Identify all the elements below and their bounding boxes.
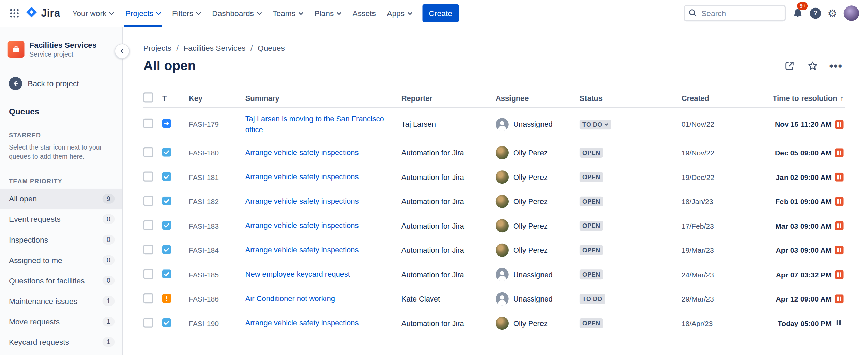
table-row: FASI-186Air Conditioner not workingKate … bbox=[143, 287, 845, 311]
assignee-cell: Olly Perez bbox=[496, 214, 580, 238]
status-badge[interactable]: TO DO bbox=[580, 119, 611, 129]
share-export-button[interactable] bbox=[781, 57, 798, 75]
sidebar-item-maintenance-issues[interactable]: Maintenance issues1 bbox=[0, 291, 122, 311]
sidebar-collapse-button[interactable] bbox=[115, 44, 130, 59]
status-badge[interactable]: OPEN bbox=[580, 197, 603, 206]
nav-item-teams[interactable]: Teams bbox=[267, 0, 309, 27]
issue-key-link[interactable]: FASI-183 bbox=[189, 222, 219, 230]
issue-summary-link[interactable]: New employee keycard request bbox=[245, 270, 350, 278]
row-checkbox[interactable] bbox=[143, 318, 153, 327]
row-checkbox[interactable] bbox=[143, 220, 153, 230]
sidebar-item-move-requests[interactable]: Move requests1 bbox=[0, 311, 122, 332]
status-badge[interactable]: OPEN bbox=[580, 148, 603, 158]
project-sidebar: Facilities Services Service project Back… bbox=[0, 27, 123, 355]
search-input[interactable] bbox=[684, 5, 786, 22]
column-header-summary[interactable]: Summary bbox=[245, 94, 401, 102]
issue-summary-link[interactable]: Arrange vehicle safety inspections bbox=[245, 149, 359, 157]
row-checkbox[interactable] bbox=[143, 171, 153, 181]
nav-item-label: Teams bbox=[273, 9, 295, 18]
more-options-button[interactable]: ••• bbox=[827, 57, 845, 75]
status-label: OPEN bbox=[582, 150, 600, 156]
row-checkbox[interactable] bbox=[143, 269, 153, 279]
issue-summary-link[interactable]: Taj Larsen is moving to the San Francisc… bbox=[245, 114, 384, 134]
column-header-time-to-resolution[interactable]: Time to resolution ↑ bbox=[742, 94, 845, 102]
nav-item-filters[interactable]: Filters bbox=[167, 0, 207, 27]
column-header-assignee[interactable]: Assignee bbox=[496, 94, 580, 102]
notifications-button[interactable]: 9+ bbox=[792, 5, 803, 21]
help-icon[interactable]: ? bbox=[810, 8, 821, 19]
row-select-cell bbox=[143, 215, 162, 237]
issue-key-link[interactable]: FASI-181 bbox=[189, 173, 219, 181]
app-switcher-icon[interactable] bbox=[5, 4, 23, 22]
status-badge[interactable]: OPEN bbox=[580, 221, 603, 231]
column-header-reporter[interactable]: Reporter bbox=[401, 94, 496, 102]
chevron-down-icon bbox=[336, 9, 341, 18]
nav-item-apps[interactable]: Apps bbox=[381, 0, 418, 27]
nav-item-dashboards[interactable]: Dashboards bbox=[207, 0, 267, 27]
status-badge[interactable]: TO DO bbox=[580, 294, 605, 304]
nav-item-your-work[interactable]: Your work bbox=[67, 0, 120, 27]
time-to-resolution-cell: Mar 03 09:00 AM bbox=[742, 216, 845, 236]
issue-key-cell: FASI-185 bbox=[189, 265, 245, 284]
notification-count-badge: 9+ bbox=[797, 2, 808, 10]
nav-item-assets[interactable]: Assets bbox=[347, 0, 381, 27]
issue-summary-link[interactable]: Arrange vehicle safety inspections bbox=[245, 221, 359, 230]
user-avatar[interactable] bbox=[844, 5, 859, 21]
nav-item-plans[interactable]: Plans bbox=[309, 0, 347, 27]
issue-type-cell bbox=[162, 264, 189, 285]
create-button[interactable]: Create bbox=[422, 4, 459, 22]
breadcrumb-item-facilities-services[interactable]: Facilities Services bbox=[183, 44, 245, 52]
sidebar-item-inspections[interactable]: Inspections0 bbox=[0, 229, 122, 250]
sla-breached-pause-icon bbox=[835, 197, 844, 206]
settings-gear-icon[interactable]: ⚙ bbox=[828, 8, 837, 19]
sidebar-item-questions-for-facilities[interactable]: Questions for facilities0 bbox=[0, 271, 122, 291]
star-button[interactable] bbox=[804, 57, 822, 75]
status-badge[interactable]: OPEN bbox=[580, 172, 603, 182]
issue-summary-cell: Taj Larsen is moving to the San Francisc… bbox=[245, 108, 401, 141]
issue-summary-link[interactable]: Arrange vehicle safety inspections bbox=[245, 197, 359, 205]
status-cell: TO DO bbox=[580, 114, 682, 135]
breadcrumb-item-queues[interactable]: Queues bbox=[258, 44, 285, 52]
issue-summary-link[interactable]: Air Conditioner not working bbox=[245, 295, 335, 303]
issue-type-cell bbox=[162, 166, 189, 188]
move-type-icon bbox=[162, 119, 171, 128]
back-arrow-icon bbox=[9, 77, 22, 90]
issue-key-link[interactable]: FASI-184 bbox=[189, 246, 219, 254]
issue-key-link[interactable]: FASI-179 bbox=[189, 120, 219, 128]
issue-key-link[interactable]: FASI-186 bbox=[189, 295, 219, 303]
column-header-created[interactable]: Created bbox=[682, 94, 743, 102]
sort-ascending-icon: ↑ bbox=[840, 94, 844, 102]
column-header-key[interactable]: Key bbox=[189, 94, 245, 102]
sidebar-item-all-open[interactable]: All open9 bbox=[0, 188, 122, 209]
status-badge[interactable]: OPEN bbox=[580, 269, 603, 279]
issue-key-link[interactable]: FASI-182 bbox=[189, 197, 219, 205]
breadcrumb-item-projects[interactable]: Projects bbox=[143, 44, 171, 52]
sidebar-item-keycard-requests[interactable]: Keycard requests1 bbox=[0, 332, 122, 352]
row-checkbox[interactable] bbox=[143, 196, 153, 205]
column-header-status[interactable]: Status bbox=[580, 94, 682, 102]
select-all-checkbox[interactable] bbox=[143, 92, 153, 102]
row-checkbox[interactable] bbox=[143, 244, 153, 254]
row-checkbox[interactable] bbox=[143, 293, 153, 303]
jira-logo[interactable]: Jira bbox=[26, 6, 60, 20]
status-label: TO DO bbox=[582, 121, 603, 127]
column-header-type[interactable]: T bbox=[162, 94, 189, 102]
issue-summary-link[interactable]: Arrange vehicle safety inspections bbox=[245, 173, 359, 181]
sidebar-item-assigned-to-me[interactable]: Assigned to me0 bbox=[0, 250, 122, 271]
issue-summary-link[interactable]: Arrange vehicle safety inspections bbox=[245, 319, 359, 327]
assignee-name: Unassigned bbox=[513, 271, 553, 279]
queue-main-panel: Projects/Facilities Services/Queues All … bbox=[123, 27, 868, 355]
incident-type-icon bbox=[162, 294, 171, 303]
issue-key-link[interactable]: FASI-185 bbox=[189, 271, 219, 279]
back-to-project-link[interactable]: Back to project bbox=[9, 77, 115, 90]
time-to-resolution-cell: Feb 01 09:00 AM bbox=[742, 191, 845, 211]
issue-key-link[interactable]: FASI-180 bbox=[189, 149, 219, 157]
status-badge[interactable]: OPEN bbox=[580, 318, 603, 328]
sidebar-item-event-requests[interactable]: Event requests0 bbox=[0, 209, 122, 229]
row-checkbox[interactable] bbox=[143, 119, 153, 128]
issue-key-link[interactable]: FASI-190 bbox=[189, 319, 219, 327]
row-checkbox[interactable] bbox=[143, 147, 153, 157]
issue-summary-link[interactable]: Arrange vehicle safety inspections bbox=[245, 246, 359, 254]
status-badge[interactable]: OPEN bbox=[580, 245, 603, 255]
nav-item-projects[interactable]: Projects bbox=[120, 0, 166, 27]
